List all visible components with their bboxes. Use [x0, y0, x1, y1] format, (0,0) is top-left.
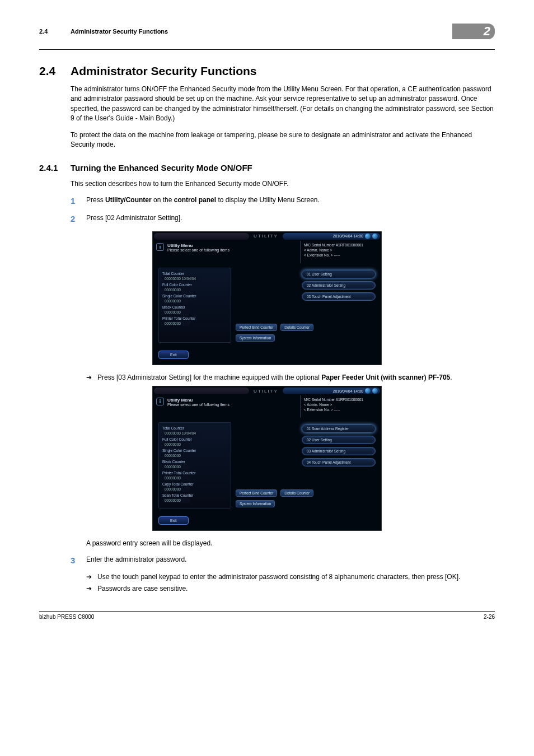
subsection-text: Turning the Enhanced Security Mode ON/OF…	[71, 163, 252, 172]
utility-menu-sub: Please select one of following items	[167, 403, 229, 407]
touch-panel-adjustment-button[interactable]: 04 Touch Panel Adjustment	[302, 458, 376, 466]
step-number: 3	[71, 554, 86, 567]
utility-screen-2: UTILITY 2010/04/04 14:00 i Utility Menu …	[152, 386, 382, 531]
extension-no: < Extension No. > -----	[304, 253, 378, 258]
arrow-icon: ➔	[86, 572, 97, 582]
header-section-title: Administrator Security Functions	[71, 28, 452, 35]
administrator-setting-button[interactable]: 02 Administrator Setting	[302, 281, 376, 290]
close-icon[interactable]	[372, 234, 378, 239]
step-number: 2	[71, 213, 86, 226]
step-text: Press Utility/Counter on the control pan…	[86, 195, 495, 208]
arrow-icon: ➔	[86, 584, 97, 594]
system-information-button[interactable]: System Information	[236, 334, 275, 342]
subsection-heading: 2.4.1 Turning the Enhanced Security Mode…	[39, 163, 495, 172]
user-setting-button[interactable]: 01 User Setting	[302, 270, 376, 278]
help-icon[interactable]	[365, 388, 371, 394]
chapter-badge: 2	[452, 24, 495, 39]
admin-name: < Admin. Name >	[304, 248, 378, 253]
counter-panel: Total Counter 00000000 10/04/04 Full Col…	[158, 268, 231, 343]
utility-menu-sub: Please select one of following items	[167, 248, 229, 252]
screen-title: UTILITY	[250, 234, 282, 239]
perfect-bind-counter-button[interactable]: Perfect Bind Counter	[236, 324, 277, 331]
utility-menu-label: Utility Menu	[167, 243, 229, 248]
section-heading-number: 2.4	[39, 64, 71, 78]
step-1: 1 Press Utility/Counter on the control p…	[71, 195, 495, 208]
admin-name: < Admin. Name >	[304, 402, 378, 407]
step-text: Press [02 Administrator Setting].	[86, 213, 495, 226]
note-arrow-3: ➔ Passwords are case sensitive.	[86, 584, 495, 594]
screen-datetime: 2010/04/04 14:00	[333, 234, 364, 238]
header-section-number: 2.4	[39, 28, 71, 35]
note-arrow-1: ➔ Press [03 Administrator Setting] for t…	[86, 373, 495, 382]
extension-no: < Extension No. > -----	[304, 407, 378, 412]
section-heading: 2.4 Administrator Security Functions	[39, 64, 495, 78]
info-icon: i	[156, 398, 164, 405]
serial-number: M/C Serial Number A1RF001000001	[304, 242, 378, 248]
intro-paragraph-2: To protect the data on the machine from …	[71, 130, 495, 150]
intro-paragraph-1: The administrator turns ON/OFF the Enhan…	[71, 85, 495, 124]
titlebar-right: 2010/04/04 14:00	[283, 233, 380, 240]
system-information-button[interactable]: System Information	[236, 500, 275, 507]
step-text: Enter the administrator password.	[86, 554, 495, 567]
administrator-setting-button[interactable]: 03 Administrator Setting	[302, 447, 376, 455]
header-rule	[39, 49, 495, 50]
user-setting-button[interactable]: 02 User Setting	[302, 436, 376, 444]
note-arrow-2: ➔ Use the touch panel keypad to enter th…	[86, 572, 495, 582]
details-counter-button[interactable]: Details Counter	[280, 324, 313, 331]
titlebar-right: 2010/04/04 14:00	[283, 388, 380, 394]
serial-number: M/C Serial Number A1RF001000001	[304, 397, 378, 402]
arrow-icon: ➔	[86, 373, 97, 382]
screen-title: UTILITY	[250, 389, 282, 394]
footer-product: bizhub PRESS C8000	[39, 614, 94, 620]
close-icon[interactable]	[372, 388, 378, 394]
help-icon[interactable]	[365, 234, 371, 239]
step-number: 1	[71, 195, 86, 208]
subsection-intro: This section describes how to turn the E…	[71, 179, 495, 189]
titlebar-left	[154, 388, 249, 394]
titlebar-left	[154, 233, 249, 240]
step-3: 3 Enter the administrator password.	[71, 554, 495, 567]
counter-panel: Total Counter 00000000 10/04/04 Full Col…	[158, 422, 231, 508]
screen-datetime: 2010/04/04 14:00	[333, 389, 364, 393]
details-counter-button[interactable]: Details Counter	[280, 489, 313, 497]
touch-panel-adjustment-button[interactable]: 03 Touch Panel Adjustment	[302, 292, 376, 301]
utility-screen-1: UTILITY 2010/04/04 14:00 i Utility Menu …	[152, 231, 382, 365]
utility-menu-label: Utility Menu	[167, 398, 229, 403]
scan-address-register-button[interactable]: 01 Scan Address Register	[302, 424, 376, 433]
footer-page: 2-26	[484, 614, 495, 620]
section-heading-text: Administrator Security Functions	[71, 64, 257, 78]
password-screen-text: A password entry screen will be displaye…	[86, 539, 495, 548]
exit-button[interactable]: Exit	[158, 351, 189, 359]
perfect-bind-counter-button[interactable]: Perfect Bind Counter	[236, 489, 277, 497]
info-icon: i	[156, 243, 164, 251]
step-2: 2 Press [02 Administrator Setting].	[71, 213, 495, 226]
subsection-number: 2.4.1	[39, 163, 71, 172]
exit-button[interactable]: Exit	[158, 516, 189, 525]
